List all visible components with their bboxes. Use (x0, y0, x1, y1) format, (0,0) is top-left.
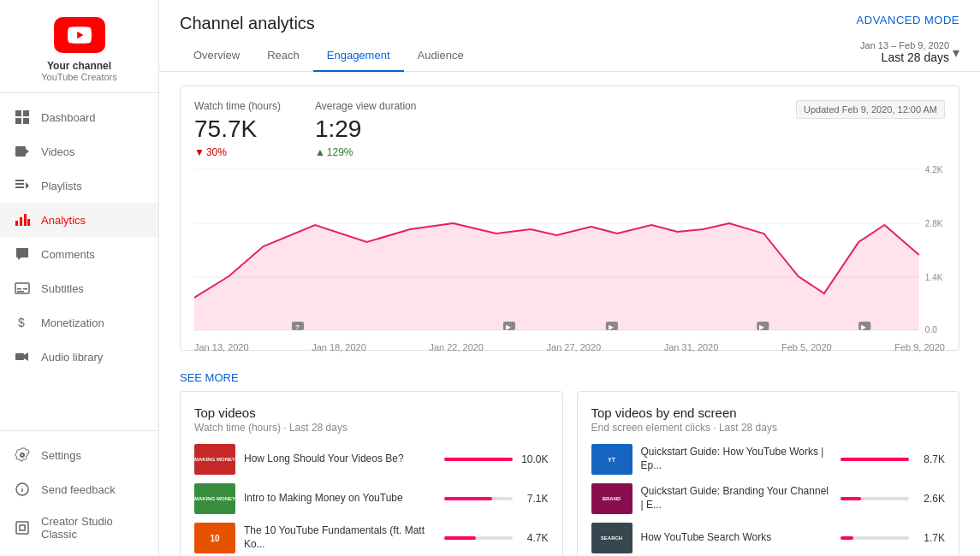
see-more-link[interactable]: SEE MORE (180, 371, 239, 384)
sidebar: Your channel YouTube Creators Dashboard … (0, 0, 159, 556)
sidebar-label-creator-studio: Creator Studio Classic (41, 515, 145, 541)
svg-text:$: $ (18, 316, 25, 329)
cards-row: Top videos Watch time (hours) · Last 28 … (159, 391, 980, 556)
chart-x-labels: Jan 13, 2020 Jan 18, 2020 Jan 22, 2020 J… (194, 339, 945, 352)
tabs: Overview Reach Engagement Audience (180, 40, 478, 71)
x-label-5: Feb 5, 2020 (781, 342, 832, 352)
tab-reach[interactable]: Reach (253, 40, 313, 72)
watch-time-change: ▼ 30% (194, 146, 281, 158)
x-label-0: Jan 13, 2020 (194, 342, 249, 352)
bar-fill-2 (444, 536, 477, 540)
end-screen-item-0: YT Quickstart Guide: How YouTube Works |… (591, 444, 946, 475)
sidebar-item-monetization[interactable]: $ Monetization (0, 305, 158, 340)
chart-marker-1-label: ? (295, 323, 300, 331)
sidebar-item-settings[interactable]: Settings (0, 438, 158, 472)
bar-track-2 (444, 536, 513, 540)
end-title-2: How YouTube Search Works (641, 531, 833, 545)
end-bar-track-0 (840, 458, 909, 461)
avg-duration-value: 1:29 (315, 115, 417, 143)
dollar-icon: $ (14, 314, 31, 331)
sidebar-label-subtitles: Subtitles (41, 282, 84, 295)
svg-rect-24 (16, 522, 28, 534)
watch-time-label: Watch time (hours) (194, 100, 281, 112)
svg-rect-20 (15, 353, 24, 360)
bar-fill-1 (444, 497, 493, 500)
metric-avg-view-duration: Average view duration 1:29 ▲ 129% (315, 100, 417, 158)
audio-icon (14, 348, 31, 365)
sidebar-item-dashboard[interactable]: Dashboard (0, 100, 158, 134)
end-count-0: 8.7K (914, 453, 945, 465)
sidebar-item-send-feedback[interactable]: Send feedback (0, 472, 158, 506)
bar-track-1 (444, 497, 513, 500)
svg-rect-3 (15, 118, 21, 124)
svg-rect-17 (23, 288, 27, 290)
avg-duration-change: ▲ 129% (315, 146, 417, 158)
thumb-0: MAKING MONEY (194, 444, 235, 475)
y-label-3: 1.4K (925, 273, 943, 282)
x-label-2: Jan 22, 2020 (429, 342, 484, 352)
down-arrow-icon: ▼ (194, 146, 205, 158)
svg-rect-16 (17, 288, 21, 290)
sidebar-item-creator-studio[interactable]: Creator Studio Classic (0, 506, 158, 549)
metric-watch-time: Watch time (hours) 75.7K ▼ 30% (194, 100, 281, 158)
sidebar-nav: Dashboard Videos Playlists Analytics (0, 93, 158, 430)
advanced-mode-button[interactable]: ADVANCED MODE (857, 14, 959, 27)
sidebar-label-analytics: Analytics (41, 214, 86, 227)
video-count-1: 7.1K (518, 493, 549, 505)
svg-rect-11 (15, 221, 18, 226)
updated-badge: Updated Feb 9, 2020, 12:00 AM (796, 100, 945, 119)
sidebar-label-settings: Settings (41, 449, 81, 462)
svg-marker-6 (26, 149, 29, 154)
y-label-1: 4.2K (925, 165, 943, 174)
top-videos-title: Top videos (194, 405, 549, 420)
end-bar-fill-0 (840, 458, 909, 461)
svg-rect-1 (15, 110, 21, 116)
x-label-6: Feb 9, 2020 (894, 342, 945, 352)
channel-name: Your channel (47, 60, 111, 72)
svg-rect-4 (23, 118, 29, 124)
sidebar-item-videos[interactable]: Videos (0, 134, 158, 169)
svg-rect-13 (24, 214, 27, 226)
end-bar-track-1 (840, 497, 909, 500)
sidebar-item-subtitles[interactable]: Subtitles (0, 271, 158, 305)
top-end-screen-card: Top videos by end screen End screen elem… (577, 391, 960, 556)
analytics-panel: Watch time (hours) 75.7K ▼ 30% Average v… (180, 86, 959, 351)
chart-marker-2-label: ▶ (506, 323, 512, 331)
sidebar-item-comments[interactable]: Comments (0, 237, 158, 271)
y-label-4: 0.0 (925, 325, 937, 334)
classic-icon (14, 519, 31, 536)
y-label-2: 2.8K (925, 219, 943, 228)
sidebar-item-playlists[interactable]: Playlists (0, 169, 158, 203)
youtube-logo-icon (54, 17, 105, 53)
x-label-1: Jan 18, 2020 (312, 342, 366, 352)
end-screen-item-1: BRAND Quickstart Guide: Branding Your Ch… (591, 483, 946, 514)
end-bar-area-1: 2.6K (840, 493, 945, 505)
tabs-row: Overview Reach Engagement Audience Jan 1… (159, 33, 980, 72)
tab-engagement[interactable]: Engagement (313, 40, 404, 72)
sidebar-label-dashboard: Dashboard (41, 111, 96, 124)
bar-fill-0 (444, 458, 513, 461)
end-count-1: 2.6K (914, 493, 945, 505)
sidebar-label-videos: Videos (41, 145, 75, 158)
date-range-picker[interactable]: Jan 13 – Feb 9, 2020 Last 28 days ▾ (860, 40, 959, 71)
end-bar-area-0: 8.7K (840, 453, 945, 465)
video-count-2: 4.7K (518, 532, 549, 544)
feedback-icon (14, 481, 31, 498)
analytics-icon (14, 211, 31, 228)
svg-rect-12 (20, 217, 22, 226)
tab-audience[interactable]: Audience (404, 40, 478, 72)
sidebar-item-audio-library[interactable]: Audio library (0, 340, 158, 374)
comment-icon (14, 245, 31, 263)
metrics-row: Watch time (hours) 75.7K ▼ 30% Average v… (194, 100, 945, 158)
top-video-item-0: MAKING MONEY How Long Should Your Videos… (194, 444, 549, 475)
sidebar-item-analytics[interactable]: Analytics (0, 203, 158, 237)
watch-time-value: 75.7K (194, 115, 281, 143)
top-video-item-1: MAKING MONEY Intro to Making Money on Yo… (194, 483, 549, 514)
bar-track-0 (444, 458, 513, 461)
tab-overview[interactable]: Overview (180, 40, 253, 72)
date-range-sub: Jan 13 – Feb 9, 2020 (860, 40, 949, 50)
end-thumb-0: YT (591, 444, 633, 475)
end-bar-area-2: 1.7K (840, 532, 945, 544)
avg-duration-label: Average view duration (315, 100, 417, 112)
svg-marker-21 (24, 352, 28, 361)
